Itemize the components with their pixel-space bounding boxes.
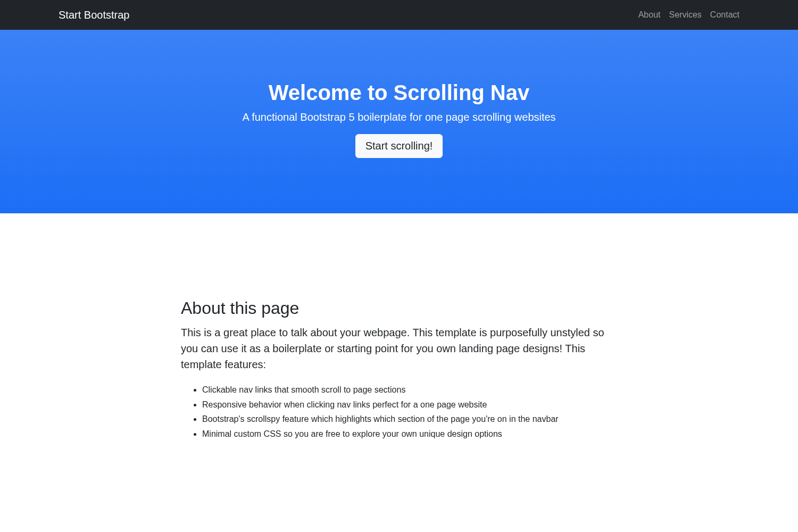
list-item: Bootstrap's scrollspy feature which high…	[202, 412, 617, 426]
nav-link-contact[interactable]: Contact	[710, 10, 739, 19]
start-scrolling-button[interactable]: Start scrolling!	[355, 134, 443, 158]
list-item: Clickable nav links that smooth scroll t…	[202, 383, 617, 397]
navbar: Start Bootstrap About Services Contact	[0, 0, 798, 30]
about-heading: About this page	[181, 298, 617, 318]
hero-title: Welcome to Scrolling Nav	[11, 81, 787, 105]
about-feature-list: Clickable nav links that smooth scroll t…	[181, 383, 617, 440]
hero-subtitle: A functional Bootstrap 5 boilerplate for…	[11, 111, 787, 123]
nav-link-about[interactable]: About	[638, 10, 661, 19]
about-lead: This is a great place to talk about your…	[181, 325, 617, 372]
list-item: Minimal custom CSS so you are free to ex…	[202, 427, 617, 441]
navbar-brand[interactable]: Start Bootstrap	[59, 9, 129, 21]
list-item: Responsive behavior when clicking nav li…	[202, 398, 617, 412]
navbar-nav: About Services Contact	[638, 10, 739, 20]
nav-link-services[interactable]: Services	[669, 10, 702, 19]
about-section: About this page This is a great place to…	[0, 213, 798, 532]
hero-section: Welcome to Scrolling Nav A functional Bo…	[0, 30, 798, 213]
